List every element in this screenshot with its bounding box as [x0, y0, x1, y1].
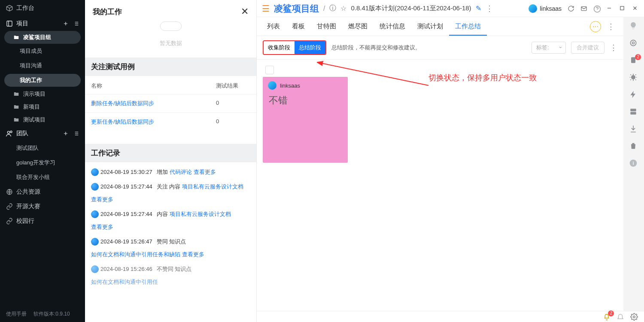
testcase-result: 0: [216, 118, 250, 126]
sidebar-project-header[interactable]: 项目: [0, 16, 85, 31]
avatar-icon: [268, 81, 276, 90]
sidebar-team-header[interactable]: 团队: [0, 126, 85, 141]
alert-icon[interactable]: [617, 313, 624, 321]
folder-icon: [13, 116, 20, 123]
tab-gantt[interactable]: 甘特图: [311, 18, 342, 35]
minimize-icon[interactable]: [606, 5, 613, 12]
sidebar-sub-comm[interactable]: 项目沟通: [0, 58, 85, 73]
col-result: 测试结果: [216, 82, 250, 90]
merge-button[interactable]: 合并建议: [571, 42, 605, 54]
tab-testplan[interactable]: 测试计划: [411, 18, 449, 35]
layout-icon: [6, 20, 13, 27]
info-icon[interactable]: i: [629, 159, 638, 168]
sidebar-sub-mywork[interactable]: 我的工作: [4, 74, 81, 87]
tab-summary[interactable]: 工作总结: [449, 18, 487, 36]
tab-stats[interactable]: 统计信息: [374, 18, 411, 35]
worklog-link[interactable]: 代码评论: [170, 167, 192, 178]
card-checkbox[interactable]: [265, 66, 274, 74]
more-icon[interactable]: ⋮: [610, 43, 617, 52]
worklog-more[interactable]: 查看更多: [194, 167, 216, 178]
target-icon[interactable]: [629, 39, 638, 48]
mail-icon[interactable]: [580, 5, 587, 12]
tag-select[interactable]: 标签:: [532, 42, 566, 54]
edit-icon[interactable]: ✎: [476, 4, 481, 12]
list-icon[interactable]: [73, 131, 79, 137]
star-icon[interactable]: ☆: [340, 4, 346, 12]
download-icon[interactable]: [629, 125, 638, 134]
link-icon: [6, 203, 13, 210]
sidebar-project-demo[interactable]: 演示项目: [0, 88, 85, 100]
more-icon[interactable]: ⋮: [486, 4, 493, 13]
list-icon[interactable]: [73, 21, 79, 27]
chat-icon[interactable]: ⋯: [590, 21, 601, 32]
sidebar-project-new[interactable]: 新项目: [0, 100, 85, 113]
bulb-icon[interactable]: [629, 21, 638, 31]
sidebar-project-lingsha[interactable]: 凌鲨项目组: [4, 31, 81, 44]
worklog-link[interactable]: 项目私有云服务设计文档: [170, 209, 231, 220]
sidebar-workbench[interactable]: 工作台: [0, 0, 85, 16]
gear-icon[interactable]: [630, 313, 638, 321]
worklog-link[interactable]: 如何在文档和沟通中引用任务和缺陷: [91, 249, 180, 260]
sidebar-public-resources[interactable]: 公共资源: [0, 185, 85, 199]
maximize-icon[interactable]: [619, 5, 626, 12]
bolt-icon[interactable]: [629, 90, 638, 100]
clipboard-icon[interactable]: 2: [629, 56, 638, 65]
svg-point-16: [633, 316, 635, 318]
bug-icon[interactable]: [629, 73, 638, 82]
worklog-more[interactable]: 查看更多: [182, 249, 204, 260]
sidebar-sub-members[interactable]: 项目成员: [0, 44, 85, 58]
plus-icon[interactable]: [63, 21, 69, 27]
worklog-list: 2024-08-19 15:30:27 增加 代码评论 查看更多 2024-08…: [85, 162, 256, 292]
sidebar-team-golang[interactable]: golang开发学习: [0, 155, 85, 170]
worklog-link[interactable]: 项目私有云服务设计文档: [182, 181, 243, 192]
help-icon[interactable]: [593, 5, 600, 12]
testcase-link[interactable]: 更新任务/缺陷后数据同步: [91, 118, 216, 126]
board: linksaas 不错 切换状态，保持多用户状态一致: [257, 60, 623, 311]
bell-icon[interactable]: 2: [603, 313, 611, 321]
worklog-link[interactable]: 如何在文档和沟通中引用任: [91, 276, 158, 288]
breadcrumb-version[interactable]: 0.8.41版本计划(2024-06-11至2024-06-18): [351, 4, 471, 12]
hamburger-icon[interactable]: ☰: [262, 3, 270, 14]
refresh-icon[interactable]: [568, 5, 574, 12]
team-icon: [6, 130, 13, 137]
info-icon[interactable]: ⓘ: [329, 4, 336, 13]
statusbar: 2: [257, 311, 644, 322]
breadcrumb-project[interactable]: 凌鲨项目组: [274, 3, 319, 15]
worklog-more[interactable]: 查看更多: [91, 222, 113, 233]
sidebar-school-run[interactable]: 校园行: [0, 214, 85, 228]
footer-manual[interactable]: 使用手册: [6, 310, 27, 318]
avatar-icon: [91, 210, 99, 218]
worklog-time: 2024-08-19 15:30:27: [100, 167, 152, 178]
worklog-more[interactable]: 查看更多: [91, 194, 113, 205]
close-icon[interactable]: [632, 5, 639, 12]
close-icon[interactable]: ✕: [241, 6, 249, 17]
sidebar-open-contest[interactable]: 开源大赛: [0, 199, 85, 214]
sidebar-project-label: 项目: [16, 20, 28, 27]
note-card[interactable]: linksaas 不错: [263, 77, 348, 163]
tab-list[interactable]: 列表: [261, 18, 286, 35]
svg-point-11: [631, 75, 635, 79]
tab-burndown[interactable]: 燃尽图: [342, 18, 374, 35]
topbar: ☰ 凌鲨项目组 / ⓘ ☆ 0.8.41版本计划(2024-06-11至2024…: [257, 0, 644, 17]
testcase-table: 名称 测试结果 删除任务/缺陷后数据同步 0 更新任务/缺陷后数据同步 0: [85, 76, 256, 131]
server-icon[interactable]: [629, 107, 638, 117]
phase-summary-button[interactable]: 总结阶段: [295, 41, 325, 54]
more-icon[interactable]: ⋮: [607, 22, 615, 31]
footer-version: 软件版本:0.9.10: [33, 310, 70, 318]
tab-kanban[interactable]: 看板: [286, 18, 311, 35]
sidebar-team-union[interactable]: 联合开发小组: [0, 170, 85, 185]
mywork-title: 我的工作: [93, 7, 122, 17]
user-badge[interactable]: linksaas: [529, 4, 562, 13]
phase-collect-button[interactable]: 收集阶段: [264, 41, 295, 54]
right-rail: 2 i: [623, 17, 644, 311]
sidebar-team-test[interactable]: 测试团队: [0, 141, 85, 155]
cube-icon: [6, 5, 13, 12]
worklog-pre: 增加: [157, 167, 168, 178]
sidebar-project-test[interactable]: 测试项目: [0, 113, 85, 126]
testcase-link[interactable]: 删除任务/缺陷后数据同步: [91, 100, 216, 107]
folder-icon: [13, 34, 20, 41]
rail-badge: 2: [635, 54, 641, 60]
trash-icon[interactable]: [629, 142, 638, 151]
plus-icon[interactable]: [63, 131, 69, 137]
folder-icon: [13, 91, 20, 97]
